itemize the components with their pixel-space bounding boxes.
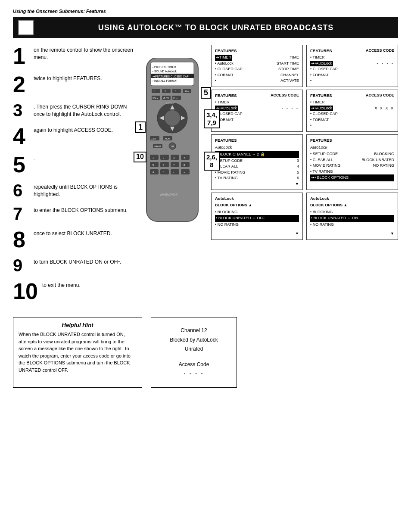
callout-10: 10 [134,152,146,162]
step-number-9: 9 [13,257,30,274]
channel-line1: Channel 12 [181,326,207,336]
svg-text:MAGNAVOX: MAGNAVOX [160,193,177,196]
channel-line2: Blocked by AutoLock [170,336,218,345]
channel-line5: Access Code [179,360,209,370]
callout-268: 2,6,8 [204,152,220,171]
hint-text: When the BLOCK UNRATED control is turned… [19,331,137,373]
bottom-section: Helpful Hint When the BLOCK UNRATED cont… [13,317,398,388]
breadcrumb: Using the Onscreen Submenus: Features [13,9,398,14]
step-number-3: 3 [13,102,30,119]
panels-row-bottom: AutoLock BLOCK OPTIONS ▲ • BLOCKING • BL… [211,193,398,240]
svg-text:EXIT: EXIT [151,137,156,140]
svg-text:• PICTURE    TIMER: • PICTURE TIMER [153,65,176,68]
step-1: 1 on the remote control to show the onsc… [13,45,134,67]
step-text-5: . [34,153,35,162]
svg-rect-7 [152,89,160,93]
channel-line6: - - - - [184,369,204,379]
step-8: 8 once to select BLOCK UNRATED. [13,228,134,251]
step-text-3: . Then press the CURSOR RING DOWN once t… [34,102,134,118]
svg-text:• INSTALL    FORMAT: • INSTALL FORMAT [153,79,178,82]
main-content: 1 on the remote control to show the onsc… [13,45,398,308]
step-text-7: to enter the BLOCK OPTIONS submenu. [34,205,128,214]
step-number-2: 2 [13,73,30,96]
step-10: 10 to exit the menu. [13,280,134,302]
svg-rect-9 [172,89,181,93]
svg-rect-53 [160,169,169,174]
channel-line3: Unrated [185,345,203,354]
svg-rect-55 [181,169,190,174]
step-text-1: on the remote control to show the onscre… [34,45,134,61]
svg-text:SMART: SMART [154,145,161,148]
step-text-6: repeatedly until BLOCK OPTIONS is highli… [34,182,134,198]
svg-rect-39 [181,155,190,160]
panel-mid-left: FEATURES ACCESS CODE • TIMER ➔•AutoLock … [211,90,303,132]
header-title: Using AutoLock™ to Block Unrated Broadca… [39,23,393,32]
step-number-5: 5 [13,153,30,176]
svg-rect-45 [160,162,169,167]
svg-text:VOL+: VOL+ [153,97,158,100]
svg-point-22 [165,110,180,126]
panel-lower-left: FEATURES AutoLock • BLOCK CHANNEL ↔ 2 🔒 … [211,134,303,190]
step-9: 9 to turn BLOCK UNRATED ON or OFF. [13,257,134,274]
step-number-1: 1 [13,45,30,67]
svg-text:➔FEATURES  CLOSED CAP: ➔FEATURES CLOSED CAP [153,75,189,78]
panel-bottom-right: AutoLock BLOCK OPTIONS ▲ • BLOCKING • BL… [306,193,398,240]
svg-text:MUTE: MUTE [163,97,169,100]
svg-rect-36 [150,155,159,160]
callout-1: 1 [135,121,146,133]
panels-row-lower: FEATURES AutoLock • BLOCK CHANNEL ↔ 2 🔒 … [211,134,398,190]
panel-top-right: FEATURES ACCESS CODE • TIMER ➔•AutoLock … [306,45,398,87]
step-text-2: twice to highlight FEATURES. [34,73,102,82]
svg-rect-38 [171,155,179,160]
step-5: 5 . [13,153,134,176]
step-2: 2 twice to highlight FEATURES. [13,73,134,96]
step-6: 6 repeatedly until BLOCK OPTIONS is high… [13,182,134,199]
header-icon: ✏★ [18,20,34,35]
svg-text:+: + [184,171,185,174]
svg-rect-54 [171,169,179,174]
svg-text:2: 2 [165,90,166,93]
callout-5: 5 [201,87,211,99]
panels-row-mid: FEATURES ACCESS CODE • TIMER ➔•AutoLock … [211,90,398,132]
channel-blocked-box: Channel 12 Blocked by AutoLock Unrated A… [151,317,237,388]
svg-rect-8 [162,89,171,93]
svg-text:CH+: CH+ [173,97,177,100]
remote-area: • PICTURE TIMER • SOUND AutoLock ➔FEATUR… [138,45,207,308]
svg-text:-: - [173,171,174,174]
panel-mid-right: FEATURES ACCESS CODE • TIMER ➔•AutoLock … [306,90,398,132]
svg-text:ACH: ACH [165,137,170,140]
page: Using the Onscreen Submenus: Features ✏★… [0,0,411,532]
svg-text:MENU: MENU [166,102,174,105]
svg-rect-46 [171,162,179,167]
hint-title: Helpful Hint [19,322,137,328]
header-icon-symbol: ✏★ [21,24,31,31]
svg-rect-52 [150,169,159,174]
step-text-10: to exit the menu. [42,280,81,289]
svg-rect-44 [150,162,159,167]
callout-3479: 3,4,7,9 [204,109,220,128]
header-bar: ✏★ Using AutoLock™ to Block Unrated Broa… [13,17,398,38]
steps-column: 1 on the remote control to show the onsc… [13,45,134,308]
step-number-7: 7 [13,205,30,222]
helpful-hint-box: Helpful Hint When the BLOCK UNRATED cont… [13,317,142,388]
step-number-8: 8 [13,228,30,251]
step-number-4: 4 [13,125,30,147]
step-4: 4 again to highlight ACCESS CODE. [13,125,134,147]
step-text-9: to turn BLOCK UNRATED ON or OFF. [34,257,121,266]
panel-top-left: FEATURES ➔TIMER TIME • AutoLockSTART TIM… [211,45,303,87]
right-column: • PICTURE TIMER • SOUND AutoLock ➔FEATUR… [138,45,398,308]
panels-row-top: FEATURES ➔TIMER TIME • AutoLockSTART TIM… [211,45,398,87]
panel-bottom-left: AutoLock BLOCK OPTIONS ▲ • BLOCKING • BL… [211,193,303,240]
svg-text:OK: OK [171,145,174,148]
step-7: 7 to enter the BLOCK OPTIONS submenu. [13,205,134,222]
panel-lower-right: FEATURES AutoLock • SETUP CODEBLOCKING •… [306,134,398,190]
svg-text:Fmt: Fmt [185,90,190,93]
step-number-10: 10 [13,280,39,302]
svg-text:• SOUND      AutoLock: • SOUND AutoLock [153,70,177,73]
svg-text:3: 3 [175,90,176,93]
step-text-8: once to select BLOCK UNRATED. [34,228,112,237]
step-number-6: 6 [13,182,30,199]
svg-text:1: 1 [154,90,156,93]
panels-area: FEATURES ➔TIMER TIME • AutoLockSTART TIM… [211,45,398,308]
step-text-4: again to highlight ACCESS CODE. [34,125,113,134]
